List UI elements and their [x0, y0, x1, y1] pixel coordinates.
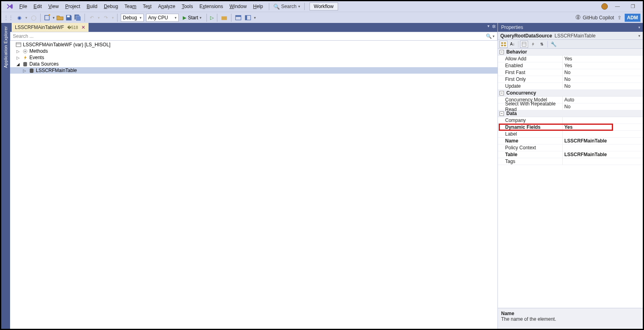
quick-search[interactable]: 🔍 Search ▾	[272, 4, 302, 10]
menu-window[interactable]: Window	[226, 2, 250, 11]
prop-repeatable-read[interactable]: Select With Repeatable ReadNo	[498, 103, 643, 110]
menu-team[interactable]: Team	[121, 2, 139, 11]
properties-toolbar: A↓ ⇅ 🔧	[498, 40, 643, 49]
prop-enabled[interactable]: EnabledYes	[498, 62, 643, 69]
menu-build[interactable]: Build	[83, 2, 101, 11]
tab-overflow-icon[interactable]: ▾	[487, 24, 489, 29]
chevron-down-icon[interactable]: ▾	[638, 25, 640, 29]
wrench-button[interactable]: 🔧	[549, 41, 557, 48]
prop-policy-context[interactable]: Policy Context	[498, 144, 643, 151]
copilot-icon: ⓖ	[576, 14, 580, 21]
prop-first-fast[interactable]: First FastNo	[498, 69, 643, 76]
svg-rect-4	[236, 15, 242, 16]
prop-label[interactable]: Label	[498, 131, 643, 138]
prop-tags[interactable]: Tags	[498, 158, 643, 165]
separator	[206, 14, 207, 22]
search-label: Search	[281, 4, 297, 9]
panel-button-1[interactable]	[235, 14, 242, 21]
chevron-down-icon: ▾	[98, 16, 100, 20]
search-icon: 🔍	[273, 4, 280, 10]
properties-button[interactable]	[520, 41, 528, 48]
nav-fwd-button[interactable]: ◯	[30, 14, 37, 21]
new-project-button[interactable]	[44, 14, 51, 21]
copilot-button[interactable]: ⓖ GitHub Copilot	[576, 14, 614, 21]
tree-methods[interactable]: ▷ Methods	[10, 48, 497, 54]
menu-test[interactable]: Test	[140, 2, 155, 11]
prop-allow-add[interactable]: Allow AddYes	[498, 56, 643, 62]
menu-file[interactable]: File	[16, 2, 30, 11]
menu-debug[interactable]: Debug	[101, 2, 121, 11]
tree-root[interactable]: LSSCRFMAinTableWF (var) [LS_HISOL]	[10, 41, 497, 48]
help-name: Name	[501, 311, 640, 316]
open-button[interactable]	[56, 14, 64, 21]
document-tab[interactable]: LSSCRFMAinTableWF �518 ✕	[12, 23, 89, 32]
properties-title[interactable]: Properties ▾	[498, 23, 643, 32]
prop-update[interactable]: UpdateNo	[498, 83, 643, 90]
menu-tools[interactable]: Tools	[178, 2, 196, 11]
save-button[interactable]	[65, 14, 72, 21]
play-no-debug-icon[interactable]: ▷	[210, 15, 214, 21]
property-grid[interactable]: −Behavior Allow AddYes EnabledYes First …	[498, 49, 643, 308]
prop-dynamic-fields[interactable]: Dynamic FieldsYes	[498, 124, 643, 131]
redo-button[interactable]: ↷	[102, 14, 109, 21]
start-button[interactable]: ▶ Start ▾	[181, 15, 203, 21]
undo-button[interactable]: ↶	[88, 14, 95, 21]
help-description: The name of the element.	[501, 316, 640, 322]
application-explorer-rail[interactable]: Application Explorer	[1, 23, 10, 329]
chevron-down-icon: ▾	[638, 34, 640, 38]
document-tabstrip: LSSCRFMAinTableWF �518 ✕ ▾ ✲	[10, 23, 497, 32]
tree-datasource-item[interactable]: ▷ LSSCRFMainTable	[10, 67, 497, 74]
designer-search[interactable]: Search ... 🔍 ▾	[10, 32, 497, 41]
pin-icon[interactable]: �518	[67, 25, 78, 30]
menu-view[interactable]: View	[45, 2, 62, 11]
platform-combo[interactable]: Any CPU▾	[146, 14, 179, 22]
chevron-down-icon[interactable]: ▾	[25, 16, 27, 20]
properties-object-selector[interactable]: QueryRootDataSource LSSCRFMainTable ▾	[498, 32, 643, 40]
events-button[interactable]	[529, 41, 537, 48]
separator	[269, 3, 269, 10]
prop-first-only[interactable]: First OnlyNo	[498, 76, 643, 83]
restore-button[interactable]: ❐	[627, 2, 638, 10]
tab-settings-icon[interactable]: ✲	[492, 24, 496, 29]
toolbox-button[interactable]	[221, 14, 228, 21]
prop-table[interactable]: TableLSSCRFMainTable	[498, 151, 643, 158]
separator	[117, 14, 118, 22]
svg-point-10	[24, 50, 26, 52]
chevron-down-icon[interactable]: ▾	[493, 34, 495, 38]
separator	[40, 14, 41, 22]
close-icon[interactable]: ✕	[81, 25, 85, 30]
prop-company[interactable]: Company	[498, 117, 643, 124]
expand-icon[interactable]: ▷	[16, 49, 21, 54]
tree-datasources[interactable]: ◢ Data Sources	[10, 61, 497, 67]
menu-analyze[interactable]: Analyze	[155, 2, 179, 11]
category-behavior[interactable]: −Behavior	[498, 49, 643, 56]
menu-extensions[interactable]: Extensions	[196, 2, 226, 11]
chevron-down-icon: ▾	[140, 16, 142, 20]
designer-tree[interactable]: LSSCRFMAinTableWF (var) [LS_HISOL] ▷ Met…	[10, 41, 497, 329]
save-all-button[interactable]	[74, 14, 81, 21]
minimize-button[interactable]: —	[612, 2, 623, 10]
svg-rect-0	[45, 15, 49, 20]
menu-edit[interactable]: Edit	[30, 2, 45, 11]
expand-icon[interactable]: ▷	[16, 56, 21, 60]
workflow-button[interactable]: Workflow	[310, 2, 338, 10]
config-combo[interactable]: Debug▾	[121, 14, 144, 22]
menu-help[interactable]: Help	[250, 2, 266, 11]
prop-name[interactable]: NameLSSCRFMainTable	[498, 138, 643, 144]
share-icon[interactable]: ⇪	[617, 15, 621, 21]
category-concurrency[interactable]: −Concurrency	[498, 90, 643, 97]
categorized-button[interactable]	[500, 41, 508, 48]
nav-back-button[interactable]: ◉	[16, 14, 23, 21]
panel-button-2[interactable]	[244, 14, 252, 21]
tree-events[interactable]: ▷ Events	[10, 54, 497, 61]
user-avatar[interactable]	[601, 3, 608, 10]
alphabetical-button[interactable]: A↓	[508, 41, 516, 48]
collapse-icon[interactable]: ◢	[16, 62, 21, 66]
prop-sort-button[interactable]: ⇅	[538, 41, 546, 48]
query-icon	[16, 42, 21, 47]
svg-rect-1	[67, 15, 70, 17]
chevron-down-icon[interactable]: ▾	[254, 16, 256, 20]
menu-project[interactable]: Project	[62, 2, 83, 11]
chevron-down-icon[interactable]: ▾	[53, 16, 55, 20]
expand-icon[interactable]: ▷	[22, 68, 27, 73]
